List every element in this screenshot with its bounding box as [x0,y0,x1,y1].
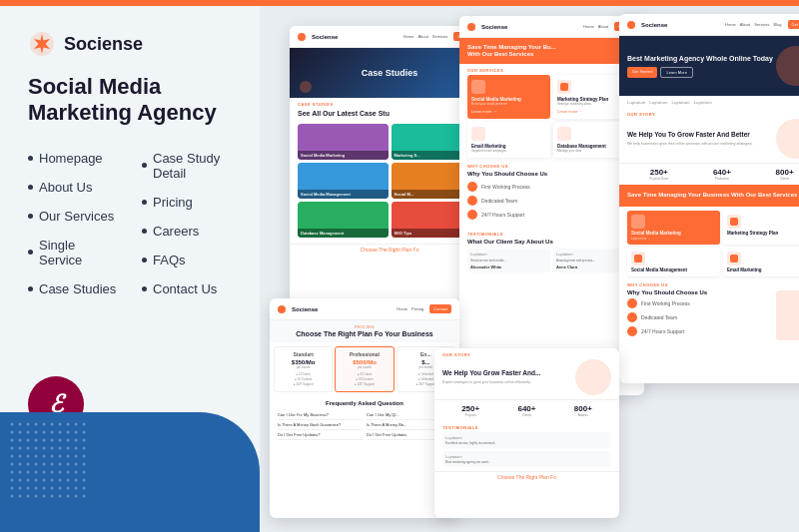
grow-section: We Help You To Grow Faster And Better We… [619,119,799,163]
brand-logo-1: Luptatum [627,100,645,105]
why-illustration [776,290,799,340]
faq-grid: Can I Use For My Business? Is There A Mo… [278,410,451,440]
save-time-banner-text: Save Time Managing Your Business With Ou… [627,192,797,199]
svg-rect-2 [10,422,90,502]
right-services-grid: Social Media Marketing Learn more → Mark… [627,211,799,276]
why-text-1: First Working Process [481,184,530,190]
stat-num-3: 800+ [776,168,794,177]
bc-bottom-text: Choose The Right Plan Fo [434,471,619,482]
plan-period-2: per month [338,365,391,369]
pricing-header: PRICING Choose The Right Plan Fo Your Bu… [270,320,459,342]
bc-stat-label-1: Projects [461,413,479,417]
right-svc-2: Marketing Strategy Plan [723,211,799,245]
nav-bullet [28,156,33,161]
sidebar-item-services[interactable]: Our Services [28,209,118,224]
plan-feat-2: ● 10 Content [277,377,330,381]
why-mkt-2: Dedicated Team [627,312,772,322]
hero-btn-secondary: Learn More [660,67,692,78]
marketing-hero: Best Marketing Agency Whole Online Today… [619,36,799,96]
sidebar-item-pricing[interactable]: Pricing [142,195,232,210]
pricing-col-standard: Standart $350/Mo per month ● 10 Users ● … [274,346,333,392]
nav-label-pricing: Pricing [153,195,193,210]
mini-logo-text: Sociense [312,34,338,40]
sidebar-item-contact[interactable]: Contact Us [142,281,232,296]
bottom-center-label: OUR STORY [434,348,619,359]
case-grid-item: Social Media Marketing [298,124,389,160]
case-img-5: Database Management [298,202,389,238]
stat-num-2: 640+ [713,168,731,177]
bottom-center-grow: We Help You Grow Faster And... Expert st… [434,359,619,399]
why-mkt-title: Why You Should Choose Us [627,289,772,295]
testimonial-label: TESTIMONIALS [459,228,644,239]
marketing-hero-illustration [776,46,799,86]
case-grid-item: Social Media Management [298,163,389,199]
stat-label-1: Projects Done [649,177,668,181]
sidebar-item-case-studies[interactable]: Case Studies [28,281,118,296]
case-img-overlay-1: Social Media Marketing [298,151,389,160]
right-svc-name-1: Social Media Marketing [631,231,716,236]
product-title: Social Media Marketing Agency [28,74,232,127]
mini-logo-dot [298,33,306,41]
brand-logo-icon [28,30,56,58]
bottom-center-title: We Help You Grow Faster And... [442,369,571,377]
sidebar-item-faqs[interactable]: FAQs [142,253,232,267]
bc-test-2: Luptatum Best marketing agency we used..… [442,451,611,467]
sidebar: Sociense Social Media Marketing Agency H… [0,6,260,532]
faq-item-1: Can I Use For My Business? [278,410,363,420]
nav-bullet [142,258,147,263]
plan-feat-3: ● 24/7 Support [277,382,330,386]
plan-feat-4: ● 25 Users [338,372,391,376]
grow-title: We Help You To Grow Faster And Better [627,131,770,139]
bc-stat-3: 800+ Awards [574,404,592,417]
why-mkt-text-3: 24/7 Hours Support [641,328,684,334]
pricing-grid: Standart $350/Mo per month ● 10 Users ● … [270,342,459,396]
bottom-center-desc: Expert strategies to grow your business … [442,380,571,385]
blue-decorative-section [0,412,260,532]
stat-label-2: Production [713,177,731,181]
nav-label-faqs: FAQs [153,253,186,267]
bc-test-logo-2: Luptatum [445,454,608,459]
plan-feat-1: ● 10 Users [277,372,330,376]
stat-production: 640+ Production [713,168,731,181]
stat-projects: 250+ Projects Done [649,168,668,181]
stat-label-3: Clients [776,177,794,181]
mini-nav: Home About Services [403,34,447,39]
why-mkt-text-1: First Working Process [641,300,690,306]
bc-test-text-1: Excellent service, highly recommend... [445,441,608,445]
bottom-center-illus [575,359,611,395]
right-svc-icon-3 [631,252,645,266]
why-mkt-icon-2 [627,312,637,322]
bc-stat-1: 250+ Projects [461,404,479,417]
sidebar-item-careers[interactable]: Careers [142,224,232,239]
why-text-2: Dedicated Team [481,198,517,204]
stat-num-1: 250+ [649,168,668,177]
mini-nav-pricing-2: Pricing [411,306,423,311]
mini-logo-dot-home [467,23,475,31]
nav-bullet [142,286,147,291]
why-icon-3 [467,210,477,220]
mini-nav-home: Home About [583,24,608,29]
grow-content: We Help You To Grow Faster And Better We… [627,131,770,147]
marketing-hero-btns: Get Started Learn More [627,67,776,78]
right-svc-icon-4 [727,252,741,266]
sidebar-item-single-service[interactable]: Single Service [28,238,118,267]
right-svc-3: Social Media Management [627,248,720,276]
preview-marketing: Sociense Home About Services Blog Get St… [619,14,799,383]
plan-feat-5: ● 50 Content [338,377,391,381]
mini-header-home: Sociense Home About Contact [459,16,644,38]
right-svc-icon-inner-3 [634,255,642,263]
sidebar-item-about[interactable]: About Us [28,180,118,195]
sidebar-item-case-detail[interactable]: Case Study Detail [142,151,232,181]
faq-item-3: Do I Get Free Updates? [278,430,363,440]
nav-label-services: Our Services [39,209,114,224]
nav-bullet [142,200,147,205]
case-img-overlay-5: Database Management [298,229,389,238]
save-time-banner: Save Time Managing Your Business With Ou… [619,185,799,207]
why-label: WHY CHOOSE US [459,162,644,171]
testimonial-1: Luptatum Great service and results... Al… [467,249,550,272]
blue-dots-decoration [10,422,90,502]
sidebar-item-homepage[interactable]: Homepage [28,151,118,166]
why-mkt-icon-1 [627,298,637,308]
bc-stat-num-2: 640+ [517,404,535,413]
mini-nav-item-home: Home [583,24,594,29]
